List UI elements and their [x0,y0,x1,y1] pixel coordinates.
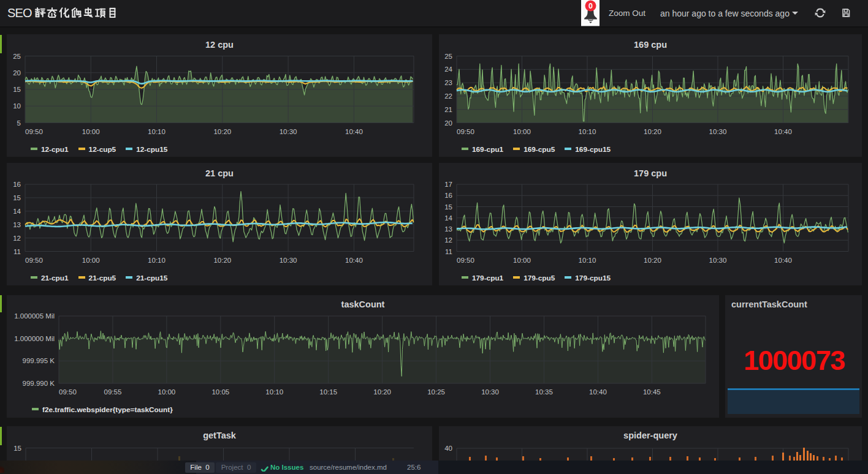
svg-text:0: 0 [588,2,593,10]
